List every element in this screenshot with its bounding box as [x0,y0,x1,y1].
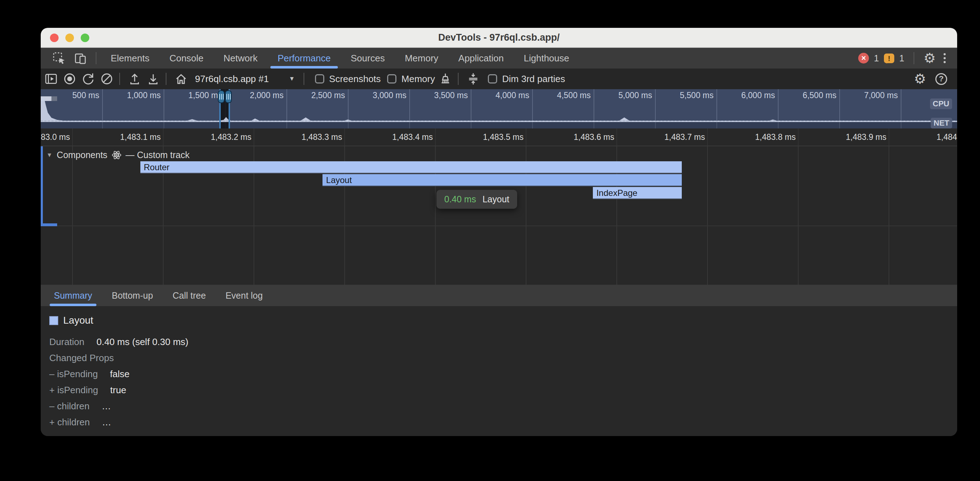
issues-badge-icon[interactable]: ! [884,54,894,63]
summary-row-value: … [102,398,111,414]
flame-grid-line [889,146,889,285]
summary-row-label: + isPending [49,382,98,398]
timeline-overview[interactable]: 500 ms1,000 ms1,500 ms2,000 ms2,500 ms3,… [41,89,957,129]
home-icon[interactable] [173,71,189,87]
inspect-element-icon[interactable] [51,50,67,67]
separator [458,73,458,85]
ruler-tick-label: 1,483.4 ms [340,132,433,142]
track-bottom-divider [41,225,957,226]
reload-record-icon[interactable] [80,71,96,87]
toolbar-right: ⚙ ? [914,72,957,86]
target-selector[interactable]: 97r6ql.csb.app #1 ▼ [195,73,295,84]
summary-row: Changed Props [49,350,957,366]
dim-3rd-parties-label: Dim 3rd parties [502,73,565,84]
screenshots-label: Screenshots [329,73,381,84]
tab-application[interactable]: Application [448,48,514,68]
record-icon[interactable] [61,71,78,87]
tab-lighthouse[interactable]: Lighthouse [514,48,579,68]
collapse-sections-icon[interactable] [465,71,481,87]
flame-bar-layout[interactable]: Layout [323,174,682,186]
track-suffix: — Custom track [126,150,189,160]
summary-row-value: false [110,366,130,382]
memory-checkbox[interactable] [387,74,396,84]
clear-icon[interactable] [99,71,115,87]
target-selector-label: 97r6ql.csb.app #1 [195,73,269,84]
chevron-down-icon: ▼ [289,75,295,83]
tab-performance[interactable]: Performance [267,48,341,68]
flame-grid-line [798,146,799,285]
tab-console[interactable]: Console [159,48,213,68]
details-tab-summary[interactable]: Summary [54,285,92,306]
separator [119,73,120,85]
window-title: DevTools - 97r6ql.csb.app/ [41,28,957,47]
summary-row-label: Duration [49,334,84,350]
zoom-window-button[interactable] [81,33,89,42]
summary-row: + isPendingtrue [49,382,957,398]
summary-title: Layout [63,315,93,326]
toggle-sidebar-icon[interactable] [43,71,59,87]
selected-track-edge [41,146,43,226]
overview-tick-label: 5,500 ms [642,90,714,100]
expander-triangle-icon[interactable]: ▼ [46,152,52,159]
settings-gear-icon[interactable]: ⚙ [924,51,936,65]
device-toolbar-icon[interactable] [72,50,89,67]
tab-elements[interactable]: Elements [101,48,159,68]
ruler-tick-label: 1,483.5 ms [431,132,523,142]
summary-row: – isPendingfalse [49,366,957,382]
summary-row-value: 0.40 ms (self 0.30 ms) [96,334,188,350]
details-tab-bottom-up[interactable]: Bottom-up [112,285,153,306]
flame-bar-indexpage[interactable]: IndexPage [593,187,682,199]
overview-tick-label: 5,000 ms [581,90,652,100]
tab-sources[interactable]: Sources [341,48,395,68]
details-tabbar: SummaryBottom-upCall treeEvent log [41,285,957,306]
load-profile-icon[interactable] [126,71,143,87]
overview-tick-label: 6,000 ms [703,90,775,100]
network-lane [41,122,957,129]
summary-row-value: true [110,382,126,398]
selection-right-handle[interactable] [225,90,232,103]
close-window-button[interactable] [50,33,59,42]
time-ruler: 1,483.0 ms1,483.1 ms1,483.2 ms1,483.3 ms… [41,129,957,146]
capture-settings-gear-icon[interactable]: ⚙ [914,72,926,86]
collect-garbage-icon[interactable] [437,71,453,87]
flame-bar-router[interactable]: Router [140,161,682,173]
help-icon[interactable]: ? [935,73,947,85]
error-badge-icon[interactable]: × [858,53,869,63]
summary-row: + children… [49,414,957,430]
overview-tick-label: 6,500 ms [765,90,837,100]
overview-tick-label: 4,000 ms [458,90,529,100]
details-tab-event-log[interactable]: Event log [225,285,262,306]
ruler-tick-label: 1,483.6 ms [522,132,614,142]
screenshots-checkbox[interactable] [315,74,324,84]
selection-left-handle[interactable] [218,90,224,103]
overview-tick-label: 7,000 ms [826,90,898,100]
flame-chart[interactable]: ▼ Components — Custom track RouterLayout… [41,146,957,285]
event-color-swatch [49,316,58,325]
summary-pane: Layout Duration0.40 ms (self 0.30 ms)Cha… [41,306,957,436]
summary-row: Duration0.40 ms (self 0.30 ms) [49,334,957,350]
react-atom-icon [112,150,121,160]
save-profile-icon[interactable] [145,71,161,87]
track-header-components[interactable]: ▼ Components — Custom track [46,150,189,160]
tab-network[interactable]: Network [213,48,267,68]
minimize-window-button[interactable] [65,33,74,42]
ruler-tick-label: 1,483.7 ms [612,132,705,142]
summary-row-label: Changed Props [49,350,114,366]
memory-label: Memory [401,73,435,84]
overview-tick-label: 1,000 ms [89,90,161,100]
tabbar-tools [41,50,101,67]
tooltip-label: Layout [482,194,509,205]
more-options-icon[interactable] [941,52,948,65]
details-tab-call-tree[interactable]: Call tree [172,285,206,306]
cpu-baseline-dashed-line [41,121,957,121]
flame-grid-line [707,146,708,285]
performance-toolbar: 97r6ql.csb.app #1 ▼ Screenshots Memory D… [41,68,957,89]
flame-grid-line [72,146,73,285]
dim-3rd-parties-checkbox[interactable] [488,74,497,84]
summary-title-row: Layout [49,315,957,326]
track-name: Components [57,150,108,160]
flame-tooltip: 0.40 ms Layout [436,190,517,209]
overview-tick-label: 2,500 ms [274,90,345,100]
cpu-lane-label: CPU [930,98,952,109]
tab-memory[interactable]: Memory [395,48,448,68]
